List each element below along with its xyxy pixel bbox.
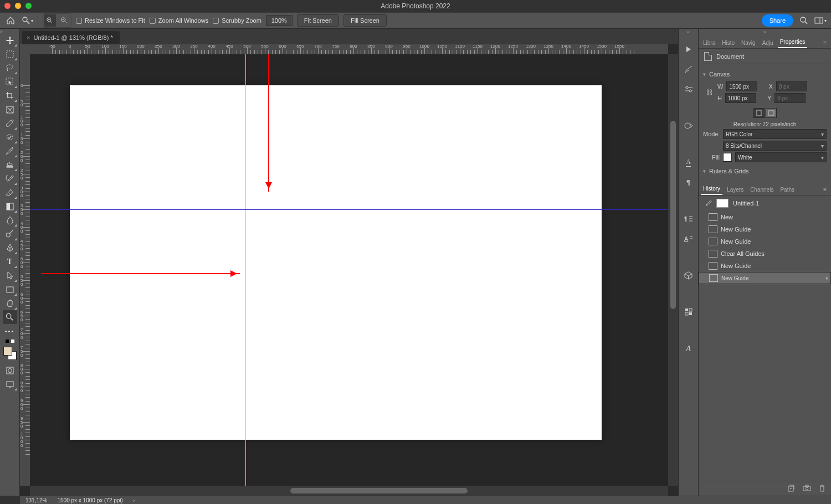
zoom-tool[interactable] [3, 310, 17, 324]
screen-mode-button[interactable] [3, 377, 17, 391]
blur-tool[interactable] [3, 213, 17, 227]
close-tab-icon[interactable]: × [27, 34, 30, 41]
history-state[interactable]: New Guide [699, 272, 831, 284]
resize-windows-checkbox[interactable]: Resize Windows to Fit [76, 17, 145, 24]
workspace-button[interactable]: ▾ [814, 14, 827, 27]
new-snapshot-button[interactable] [803, 485, 811, 492]
search-button[interactable] [798, 14, 810, 27]
fill-screen-button[interactable]: Fill Screen [343, 14, 387, 27]
quick-mask-button[interactable] [3, 363, 17, 377]
properties-tab[interactable]: Properties [778, 37, 808, 48]
rulers-grids-section-header[interactable]: ▾Rulers & Grids [703, 168, 827, 174]
history-snapshot-row[interactable]: Untitled-1 [699, 196, 831, 211]
history-state[interactable]: New [699, 211, 831, 223]
frame-tool[interactable] [3, 102, 17, 116]
ruler-origin[interactable] [20, 44, 30, 54]
channels-tab[interactable]: Channels [748, 184, 776, 195]
dodge-tool[interactable] [3, 227, 17, 241]
3d-panel-icon[interactable] [681, 268, 696, 282]
fill-select[interactable]: White [735, 152, 827, 162]
libraries-tab[interactable]: Libra [701, 38, 717, 48]
width-input[interactable] [726, 81, 757, 91]
orientation-toggle[interactable] [753, 108, 777, 118]
lasso-tool[interactable] [3, 61, 17, 75]
horizontal-guide[interactable] [30, 209, 668, 210]
landscape-orientation-button[interactable] [766, 108, 777, 118]
history-state[interactable]: New Guide [699, 260, 831, 272]
document-info-chevron[interactable]: › [133, 497, 135, 503]
history-state[interactable]: New Guide [699, 223, 831, 235]
adjustments-panel-icon[interactable] [681, 82, 696, 96]
zoom-out-button[interactable] [58, 14, 70, 27]
zoom-tool-indicator[interactable]: ▾ [21, 14, 33, 27]
path-selection-tool[interactable] [3, 269, 17, 282]
new-document-from-state-button[interactable] [787, 485, 795, 492]
horizontal-scrollbar-thumb[interactable] [290, 488, 468, 493]
rectangle-tool[interactable] [3, 282, 17, 296]
zoom-window-button[interactable] [25, 3, 32, 9]
eraser-tool[interactable] [3, 186, 17, 199]
history-state[interactable]: Clear All Guides [699, 248, 831, 260]
scrubby-zoom-checkbox[interactable]: Scrubby Zoom [213, 17, 261, 24]
fit-screen-button[interactable]: Fit Screen [297, 14, 339, 27]
minimize-window-button[interactable] [15, 3, 21, 9]
history-brush-tool[interactable] [3, 172, 17, 186]
color-swatches[interactable] [2, 346, 18, 361]
collapse-panels-chevron[interactable]: » [699, 29, 831, 35]
paragraph-panel-icon[interactable]: ¶ [681, 175, 696, 189]
history-state[interactable]: New Guide [699, 235, 831, 248]
type-tool[interactable]: T [3, 255, 17, 269]
layers-tab[interactable]: Layers [725, 184, 746, 195]
delete-state-button[interactable] [819, 485, 825, 492]
gradient-tool[interactable] [3, 199, 17, 213]
document-tab[interactable]: × Untitled-1 @ 131% (RGB/8) * [22, 31, 120, 44]
character-panel-icon[interactable]: A [681, 155, 696, 169]
histogram-tab[interactable]: Histo [720, 38, 737, 48]
brushes-panel-icon[interactable] [681, 62, 696, 76]
expand-dock-chevron[interactable]: « [679, 29, 698, 35]
edit-toolbar-button[interactable]: ••• [3, 324, 17, 338]
history-panel-menu-icon[interactable]: ≡ [821, 184, 829, 195]
home-button[interactable] [4, 14, 17, 27]
bit-depth-select[interactable]: 8 Bits/Channel [723, 141, 827, 151]
pen-tool[interactable] [3, 241, 17, 255]
brush-tool[interactable] [3, 144, 17, 158]
vertical-scrollbar[interactable] [668, 54, 678, 486]
clone-stamp-tool[interactable] [3, 158, 17, 172]
eyedropper-tool[interactable] [3, 116, 17, 130]
marquee-tool[interactable] [3, 47, 17, 61]
zoom-status[interactable]: 131,12% [25, 497, 47, 503]
portrait-orientation-button[interactable] [753, 108, 765, 118]
healing-brush-tool[interactable] [3, 130, 17, 144]
navigator-tab[interactable]: Navig [739, 38, 758, 48]
canvas[interactable] [70, 85, 602, 440]
share-button[interactable]: Share [762, 14, 793, 27]
fill-color-swatch[interactable] [723, 153, 732, 162]
horizontal-scrollbar[interactable] [30, 486, 668, 496]
actions-panel-icon[interactable] [681, 42, 696, 56]
hand-tool[interactable] [3, 296, 17, 310]
canvas-section-header[interactable]: ▾Canvas [703, 71, 827, 78]
zoom-in-button[interactable] [44, 14, 56, 27]
paths-tab[interactable]: Paths [778, 184, 797, 195]
paragraph-styles-panel-icon[interactable]: ¶ [681, 212, 696, 226]
move-tool[interactable] [3, 33, 17, 47]
vertical-ruler[interactable]: 0501001502002503003504004505005506006507… [20, 54, 30, 486]
character-styles-panel-icon[interactable]: A [681, 232, 696, 246]
canvas-viewport[interactable] [30, 54, 668, 486]
document-info[interactable]: 1500 px x 1000 px (72 ppi) [57, 497, 122, 503]
default-colors-button[interactable] [5, 339, 15, 343]
color-mode-select[interactable]: RGB Color [723, 129, 827, 139]
panel-menu-icon[interactable]: ≡ [821, 38, 829, 48]
vertical-scrollbar-thumb[interactable] [670, 121, 676, 309]
styles-panel-icon[interactable] [681, 119, 696, 133]
zoom-value-input[interactable] [266, 15, 293, 26]
adjustments-tab[interactable]: Adju [760, 38, 776, 48]
glyphs-panel-icon[interactable]: A [681, 341, 696, 356]
close-window-button[interactable] [4, 3, 11, 9]
swatches-panel-icon[interactable] [681, 305, 696, 319]
height-input[interactable] [725, 93, 756, 103]
history-tab[interactable]: History [701, 183, 722, 195]
link-dimensions-icon[interactable]: ⛓ [706, 89, 713, 96]
horizontal-ruler[interactable]: -500501001502002503003504004505005506006… [30, 44, 668, 54]
